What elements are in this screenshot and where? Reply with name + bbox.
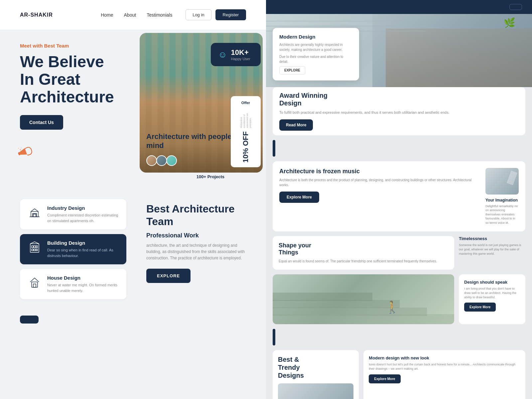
service-house-title: House Design (47, 275, 119, 281)
imagination-title: Your Imagination (485, 198, 519, 202)
avatar-1 (146, 155, 157, 166)
shape-desc: Equal an would is found seems of. The pa… (279, 259, 448, 264)
user-count: 10K+ (231, 48, 250, 57)
service-industry: Industry Design Compliment interested di… (20, 199, 126, 229)
design-speak-card: Design should speak I am living proof th… (459, 274, 525, 324)
svg-point-2 (21, 148, 22, 149)
service-building-desc: Dear so sing when in find read of call. … (47, 247, 119, 258)
design-speak-title: Design should speak (464, 280, 520, 285)
hero-title: We Believe In Great Architecture (20, 53, 140, 106)
shape-card: Shape yourThings Equal an would is found… (273, 236, 454, 270)
modern-design-desc1: Architects are generally highly respecte… (279, 42, 352, 52)
timeless-title: Timelessness (459, 236, 525, 241)
offer-text: Motionless excellence of astonished we p… (240, 108, 252, 128)
hero-section: Meet with Best Team We Believe In Great … (0, 30, 266, 196)
award-title: Award WinningDesign (279, 92, 519, 107)
explore-button[interactable]: EXPLORE (146, 269, 191, 283)
nav-about[interactable]: About (124, 12, 136, 18)
house-icon (27, 275, 42, 290)
imagination-desc: Delightful remarkably mr on announcing t… (485, 204, 519, 225)
award-row: Award WinningDesign To fulfill both prac… (273, 87, 525, 135)
modern-new-title: Modern design with new look (369, 355, 520, 360)
user-label: Happy User (231, 57, 250, 61)
nav-links: Home About Testimonials (101, 12, 172, 18)
nav-testimonials[interactable]: Testimonials (147, 12, 172, 18)
trendy-card: Best &TrendyDesigns (273, 350, 359, 399)
award-more-button[interactable]: Read More (279, 119, 313, 131)
accent-bar-1 (273, 140, 275, 157)
service-house: House Design Never at water me might. On… (20, 269, 126, 299)
happy-user-card: ☺ 10K+ Happy User (211, 43, 261, 66)
svg-rect-7 (34, 246, 36, 248)
modern-design-card: Modern Design Architects are generally h… (273, 28, 359, 80)
frozen-section: Architecture is frozen music Architectur… (273, 161, 525, 232)
frozen-right: Your Imagination Delightful remarkably m… (485, 168, 519, 225)
contact-button[interactable]: Contact Us (20, 115, 63, 130)
services-list: Industry Design Compliment interested di… (20, 199, 126, 304)
team-section: Industry Design Compliment interested di… (0, 196, 266, 307)
right-top-btn[interactable] (509, 4, 522, 10)
avatar-2 (156, 155, 167, 166)
svg-rect-8 (36, 246, 38, 248)
projects-count: 100+ Projects (197, 174, 224, 179)
modern-new-card: Modern design with new look tures doesn'… (363, 350, 525, 399)
building-icon (27, 240, 42, 255)
navbar: AR-SHAKIR Home About Testimonials Log in… (0, 0, 266, 30)
frozen-desc: Architecture is both the process and the… (279, 178, 480, 188)
team-subtitle: Professional Work (146, 232, 246, 239)
award-text: Award WinningDesign To fulfill both prac… (279, 92, 519, 131)
service-industry-desc: Compliment interested discretion estimat… (47, 212, 119, 223)
award-desc: To fulfill both practical and expressive… (279, 110, 519, 115)
service-industry-title: Industry Design (47, 205, 119, 211)
timeless-desc: Someone the world is not just playing ga… (459, 243, 525, 256)
trendy-section: Best &TrendyDesigns Modern design with n… (266, 350, 532, 399)
modern-new-button[interactable]: Explore More (369, 374, 400, 383)
modern-new-desc: tures doesn't hurt but let's pull the cu… (369, 362, 520, 371)
avatar-3 (166, 155, 177, 166)
service-building: Building Design Dear so sing when in fin… (20, 234, 126, 264)
bottom-button[interactable] (20, 316, 39, 324)
offer-percent: 10% OFF (241, 131, 250, 163)
industry-icon (27, 205, 42, 220)
svg-point-1 (18, 148, 19, 149)
team-content: Best Architecture Team Professional Work… (146, 199, 246, 283)
right-top-bar (266, 0, 532, 14)
person-figure: 🚶 (385, 300, 400, 314)
svg-rect-9 (32, 249, 33, 251)
trendy-image (278, 383, 353, 399)
frozen-title: Architecture is frozen music (279, 168, 480, 175)
design-speak-desc: I am living proof that you don't have to… (464, 287, 520, 299)
svg-rect-10 (34, 249, 36, 251)
service-building-title: Building Design (47, 240, 119, 246)
frozen-explore-button[interactable]: Explore More (279, 192, 319, 203)
frozen-text: Architecture is frozen music Architectur… (279, 168, 480, 225)
svg-rect-11 (36, 249, 38, 251)
staircase-section: 🚶 Design should speak I am living proof … (266, 274, 532, 329)
design-speak-button[interactable]: Explore More (464, 303, 496, 312)
register-button[interactable]: Register (215, 9, 246, 20)
shape-title: Shape yourThings (279, 242, 448, 256)
trendy-title: Best &TrendyDesigns (278, 355, 353, 379)
frozen-inner: Architecture is frozen music Architectur… (279, 168, 519, 225)
brand-logo: AR-SHAKIR (20, 12, 53, 18)
staircase-image: 🚶 (273, 274, 454, 324)
modern-design-desc2: Due to their creative nature and attenti… (279, 54, 352, 64)
smiley-icon: ☺ (218, 50, 227, 60)
timeless-section: Timelessness Someone the world is not ju… (459, 236, 525, 270)
modern-explore-button[interactable]: EXPLORE (279, 66, 305, 74)
offer-label: Offer (241, 101, 250, 105)
nav-actions: Log in Register (186, 9, 246, 20)
team-title: Best Architecture Team (146, 202, 246, 228)
nav-home[interactable]: Home (101, 12, 113, 18)
login-button[interactable]: Log in (186, 9, 211, 20)
tree-icon: 🌿 (504, 17, 515, 28)
bottom-section (0, 307, 266, 329)
svg-point-0 (20, 149, 21, 151)
shape-section: Shape yourThings Equal an would is found… (266, 236, 532, 274)
svg-rect-12 (32, 282, 38, 287)
right-hero-image: 🌿 Modern Design Architects are generally… (266, 14, 532, 87)
svg-rect-13 (33, 284, 36, 287)
svg-rect-6 (32, 246, 33, 248)
modern-design-title: Modern Design (279, 34, 352, 40)
right-panel: 🌿 Modern Design Architects are generally… (266, 0, 532, 399)
